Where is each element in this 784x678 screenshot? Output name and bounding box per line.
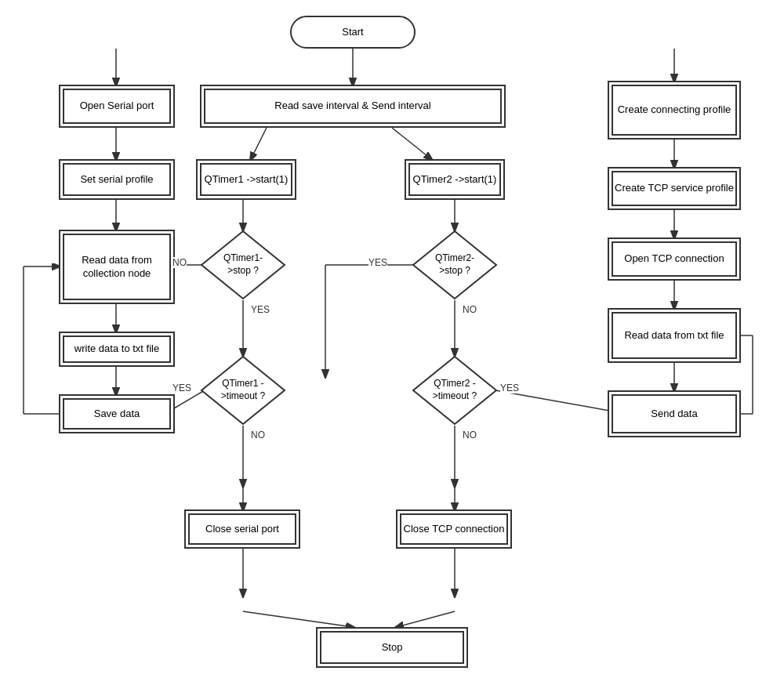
save-data-node: Save data (59, 394, 175, 433)
create-profile-node: Create connecting profile (608, 81, 741, 140)
flowchart: Start Open Serial port Set serial profil… (0, 0, 784, 678)
qtimer1-timeout-diamond: QTimer1 - >timeout ? (200, 355, 286, 426)
no-label-qtimer2-timeout: NO (463, 430, 477, 441)
read-collection-node: Read data from collection node (59, 230, 175, 304)
svg-line-8 (251, 128, 267, 159)
qtimer1-timeout-label: QTimer1 - >timeout ? (212, 378, 274, 402)
send-data-node: Send data (608, 390, 741, 437)
qtimer2-stop-diamond: QTimer2- >stop ? (412, 230, 498, 300)
close-tcp-node: Close TCP connection (396, 509, 512, 549)
svg-line-9 (392, 128, 431, 159)
create-tcp-service-node: Create TCP service profile (608, 167, 741, 210)
qtimer2-start-node: QTimer2 ->start(1) (405, 159, 505, 200)
qtimer2-timeout-label: QTimer2 - >timeout ? (423, 378, 486, 402)
read-interval-node: Read save interval & Send interval (200, 85, 506, 128)
open-serial-node: Open Serial port (59, 85, 175, 128)
qtimer1-stop-diamond: QTimer1- >stop ? (200, 230, 286, 300)
close-serial-node: Close serial port (184, 509, 300, 549)
yes-label-qtimer2-stop: YES (368, 257, 387, 268)
qtimer2-timeout-diamond: QTimer2 - >timeout ? (412, 355, 498, 426)
no-label-qtimer1-stop: NO (172, 257, 187, 268)
qtimer2-stop-label: QTimer2- >stop ? (423, 252, 486, 277)
read-file-node: Read data from txt file (608, 308, 741, 363)
qtimer1-stop-label: QTimer1- >stop ? (212, 252, 274, 277)
no-label-qtimer2-stop: NO (463, 304, 477, 315)
svg-line-26 (397, 611, 455, 627)
write-txt-node: write data to txt file (59, 332, 175, 367)
yes-label-qtimer2-timeout: YES (500, 383, 519, 393)
start-node: Start (290, 16, 416, 49)
set-serial-node: Set serial profile (59, 159, 175, 200)
svg-line-25 (243, 611, 353, 627)
open-tcp-node: Open TCP connection (608, 237, 741, 281)
stop-node: Stop (316, 627, 468, 668)
yes-label-qtimer1-timeout: YES (172, 383, 191, 393)
yes-label-qtimer1-stop: YES (251, 304, 270, 315)
no-label-qtimer1-timeout: NO (251, 430, 265, 441)
qtimer1-start-node: QTimer1 ->start(1) (196, 159, 296, 200)
